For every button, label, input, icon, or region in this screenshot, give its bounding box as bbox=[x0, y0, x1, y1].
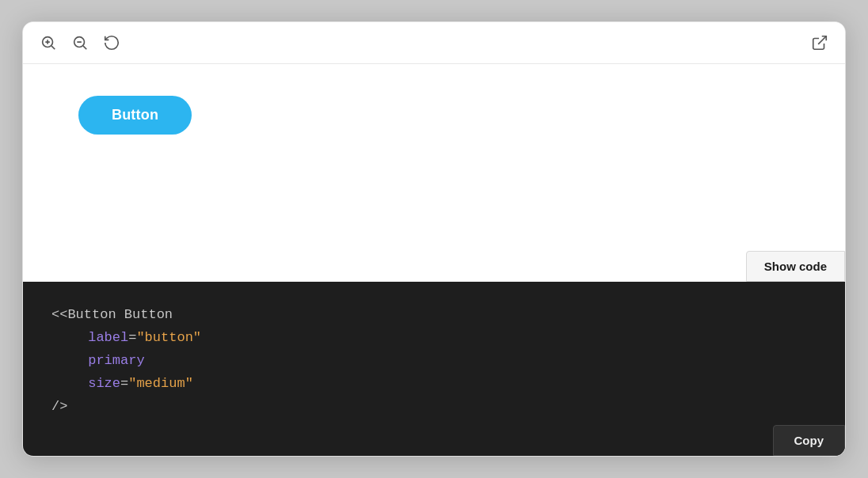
attr-size: size bbox=[88, 376, 120, 391]
preview-area: Button Show code bbox=[23, 64, 845, 282]
open-bracket: < bbox=[51, 307, 59, 322]
copy-button[interactable]: Copy bbox=[773, 425, 846, 456]
code-line-1: <<Button Button bbox=[51, 304, 817, 327]
code-line-4: size="medium" bbox=[51, 373, 817, 396]
code-panel: <<Button Button label="button" primary s… bbox=[23, 282, 845, 456]
attr-primary: primary bbox=[88, 353, 144, 368]
main-window: Button Show code <<Button Button label="… bbox=[22, 21, 846, 457]
show-code-button[interactable]: Show code bbox=[746, 251, 845, 282]
external-link-icon[interactable] bbox=[810, 33, 829, 52]
self-close-tag: /> bbox=[51, 399, 67, 414]
code-line-3: primary bbox=[51, 350, 817, 373]
svg-line-7 bbox=[818, 36, 826, 44]
demo-button[interactable]: Button bbox=[78, 96, 192, 135]
toolbar bbox=[23, 22, 845, 64]
attr-size-value: "medium" bbox=[128, 376, 193, 391]
attr-label-value: "button" bbox=[136, 330, 201, 345]
svg-line-3 bbox=[51, 46, 55, 49]
code-line-5: /> bbox=[51, 396, 817, 419]
svg-line-6 bbox=[83, 46, 86, 49]
code-line-2: label="button" bbox=[51, 327, 817, 350]
toolbar-left bbox=[39, 33, 121, 52]
reset-zoom-icon[interactable] bbox=[102, 33, 121, 52]
zoom-in-icon[interactable] bbox=[39, 33, 58, 52]
zoom-out-icon[interactable] bbox=[70, 33, 89, 52]
attr-label: label bbox=[88, 330, 128, 345]
